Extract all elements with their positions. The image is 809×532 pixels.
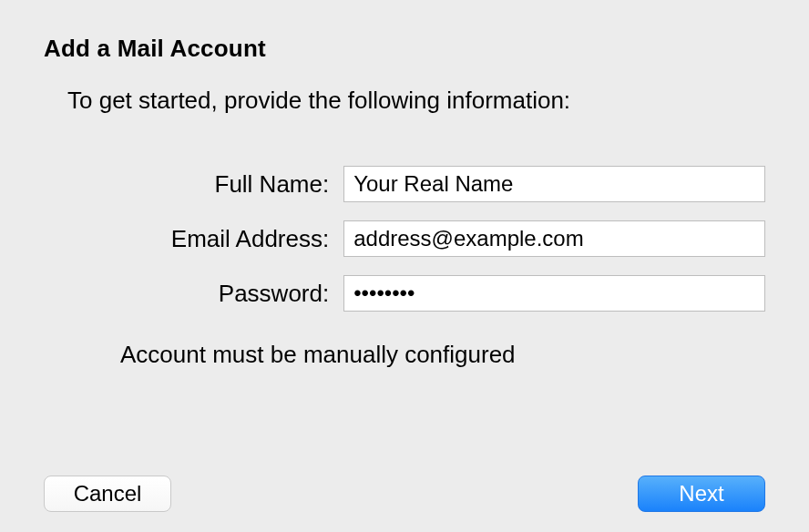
cancel-button[interactable]: Cancel (44, 476, 171, 512)
password-label: Password: (44, 280, 343, 308)
dialog-title: Add a Mail Account (44, 35, 765, 63)
button-bar: Cancel Next (0, 476, 809, 512)
full-name-input[interactable] (343, 166, 765, 202)
email-row: Email Address: (44, 220, 765, 257)
add-mail-account-dialog: Add a Mail Account To get started, provi… (0, 0, 809, 532)
full-name-label: Full Name: (44, 170, 343, 199)
email-input[interactable] (343, 220, 765, 257)
next-button[interactable]: Next (638, 476, 765, 512)
full-name-row: Full Name: (44, 166, 765, 202)
status-message: Account must be manually configured (120, 341, 765, 369)
email-label: Email Address: (44, 225, 343, 253)
password-row: Password: (44, 275, 765, 312)
dialog-subtitle: To get started, provide the following in… (67, 87, 765, 115)
account-form: Full Name: Email Address: Password: (44, 166, 765, 312)
password-input[interactable] (343, 275, 765, 312)
